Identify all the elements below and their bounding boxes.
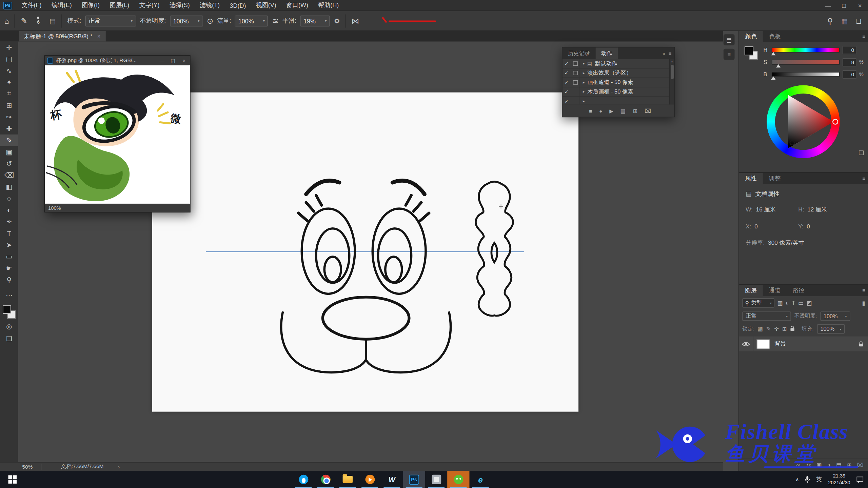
tab-adjustments[interactable]: 调整 bbox=[763, 173, 787, 184]
taskbar-photoshop[interactable]: Ps bbox=[403, 471, 425, 488]
taskbar-file-explorer[interactable] bbox=[337, 471, 359, 488]
expand-caret-icon[interactable]: ▸ bbox=[580, 71, 587, 75]
home-icon[interactable]: ⌂ bbox=[4, 16, 9, 25]
include-checkbox[interactable]: ✓ bbox=[563, 70, 571, 76]
lock-pixels-icon[interactable]: ✎ bbox=[766, 326, 771, 332]
maximize-button[interactable]: □ bbox=[836, 0, 852, 11]
layer-blend-mode-select[interactable]: 正常 ▾ bbox=[742, 311, 791, 321]
filter-type-layers-icon[interactable]: T bbox=[792, 299, 795, 306]
layer-row-background[interactable]: 背景 bbox=[739, 337, 868, 351]
hidden-icons-chevron[interactable]: ∧ bbox=[795, 477, 799, 482]
include-checkbox[interactable]: ✓ bbox=[563, 61, 571, 66]
taskbar-qq[interactable] bbox=[292, 471, 314, 488]
dialog-toggle[interactable] bbox=[571, 97, 580, 105]
tool-zoom[interactable]: ⚲ bbox=[0, 274, 18, 285]
collapse-icon[interactable]: « bbox=[663, 50, 665, 56]
play-button[interactable]: ▶ bbox=[609, 108, 613, 114]
taskbar-ie[interactable]: e bbox=[469, 471, 491, 488]
dialog-toggle[interactable] bbox=[571, 59, 580, 68]
taskbar-chrome[interactable] bbox=[314, 471, 336, 488]
tab-actions[interactable]: 动作 bbox=[596, 47, 618, 59]
saturation-value[interactable]: 8 bbox=[843, 58, 856, 66]
delete-button[interactable]: ⌧ bbox=[645, 108, 651, 114]
menu-file[interactable]: 文件(F) bbox=[17, 0, 46, 11]
expand-caret-icon[interactable]: ▸ bbox=[580, 80, 587, 85]
filter-smart-objects-icon[interactable]: ◩ bbox=[806, 299, 812, 306]
include-checkbox[interactable]: ✓ bbox=[563, 99, 571, 104]
color-wheel[interactable] bbox=[767, 85, 840, 158]
tab-layers[interactable]: 图层 bbox=[739, 285, 763, 296]
menu-3d[interactable]: 3D(D) bbox=[225, 0, 251, 11]
screen-mode-icon[interactable]: ❏ bbox=[0, 335, 18, 343]
quick-mask-icon[interactable]: ◎ bbox=[0, 323, 18, 330]
menu-type[interactable]: 文字(Y) bbox=[134, 0, 164, 11]
start-button[interactable] bbox=[0, 471, 25, 488]
foreground-color-swatch[interactable] bbox=[3, 305, 11, 313]
tool-brush[interactable]: ✎ bbox=[0, 135, 18, 146]
filter-pixel-layers-icon[interactable]: ▦ bbox=[777, 299, 783, 306]
expand-caret-icon[interactable]: ▾ bbox=[580, 61, 587, 66]
dialog-toggle[interactable] bbox=[571, 68, 580, 77]
action-row[interactable]: ✓ ▸ 淡出效果（选区） bbox=[563, 68, 674, 78]
reference-image[interactable]: 杯 微 bbox=[45, 65, 190, 204]
clock[interactable]: 21:39 2021/4/30 bbox=[828, 473, 850, 486]
filter-adjustment-layers-icon[interactable]: ◐ bbox=[786, 299, 789, 306]
tool-history-brush[interactable]: ↺ bbox=[0, 158, 18, 169]
document-tab[interactable]: 未标题-1 @ 50%(RGB/8) * × bbox=[19, 31, 106, 41]
hue-slider[interactable] bbox=[772, 47, 840, 53]
layer-filter-select[interactable]: ⚲ 类型 ▾ bbox=[742, 298, 774, 307]
tool-gradient[interactable]: ◧ bbox=[0, 181, 18, 192]
tab-color[interactable]: 颜色 bbox=[739, 31, 763, 42]
blend-mode-select[interactable]: 正常 ▾ bbox=[85, 15, 136, 26]
taskbar-wps[interactable]: W bbox=[381, 471, 403, 488]
notification-center-icon[interactable] bbox=[856, 476, 864, 483]
tab-swatches[interactable]: 色板 bbox=[763, 31, 787, 42]
image-zoom-level[interactable]: 100% bbox=[48, 205, 61, 211]
brightness-value[interactable]: 0 bbox=[843, 70, 856, 78]
menu-layer[interactable]: 图层(L) bbox=[105, 0, 134, 11]
tool-rectangle[interactable]: ▭ bbox=[0, 251, 18, 262]
status-arrow-icon[interactable]: › bbox=[118, 464, 120, 470]
airbrush-icon[interactable]: ≋ bbox=[272, 16, 278, 25]
menu-image[interactable]: 图像(I) bbox=[77, 0, 104, 11]
lock-artboard-icon[interactable]: ⊞ bbox=[782, 326, 787, 332]
foreground-color-swatch[interactable] bbox=[745, 46, 753, 55]
menu-select[interactable]: 选择(S) bbox=[164, 0, 195, 11]
expand-caret-icon[interactable]: ▸ bbox=[580, 89, 587, 94]
taskbar-media-app[interactable] bbox=[359, 471, 381, 488]
restore-button[interactable]: ◱ bbox=[169, 58, 177, 63]
microphone-icon[interactable] bbox=[805, 476, 810, 483]
close-icon[interactable]: × bbox=[97, 33, 101, 39]
layer-thumbnail[interactable] bbox=[757, 339, 770, 349]
action-set-row[interactable]: ✓ ▾ ▤ 默认动作 bbox=[563, 59, 674, 69]
search-icon[interactable]: ⚲ bbox=[827, 17, 833, 25]
gear-icon[interactable]: ⚙ bbox=[334, 17, 340, 25]
tab-properties[interactable]: 属性 bbox=[739, 173, 763, 184]
tool-frame[interactable]: ⊞ bbox=[0, 100, 18, 111]
show-desktop-button[interactable] bbox=[866, 471, 868, 488]
tool-lasso[interactable]: ∿ bbox=[0, 65, 18, 76]
menu-filter[interactable]: 滤镜(T) bbox=[195, 0, 225, 11]
panel-menu-icon[interactable]: ≡ bbox=[862, 31, 865, 42]
flow-select[interactable]: 100% ▾ bbox=[235, 15, 268, 26]
tool-crop[interactable]: ⌗ bbox=[0, 88, 18, 100]
symmetry-icon[interactable]: ⋈ bbox=[352, 16, 359, 25]
minimize-button[interactable]: — bbox=[820, 0, 836, 11]
filter-toggle-icon[interactable]: ▮ bbox=[862, 300, 865, 306]
saturation-slider[interactable] bbox=[772, 60, 840, 65]
tool-eraser[interactable]: ⌫ bbox=[0, 169, 18, 181]
tool-dodge[interactable]: ◐ bbox=[0, 204, 18, 216]
pressure-opacity-icon[interactable]: ⊙ bbox=[207, 16, 213, 25]
image-window-titlebar[interactable]: 杯微.png @ 100% (图层 1, RGB/... — ◱ × bbox=[45, 56, 190, 65]
new-action-button[interactable]: ⊞ bbox=[633, 108, 638, 114]
language-indicator[interactable]: 英 bbox=[816, 475, 822, 483]
tool-pen[interactable]: ✒ bbox=[0, 216, 18, 227]
scrollbar-thumb[interactable] bbox=[671, 65, 674, 79]
new-set-button[interactable]: ▤ bbox=[620, 108, 626, 114]
scroll-up-icon[interactable]: ▴ bbox=[671, 60, 673, 63]
canvas[interactable] bbox=[152, 93, 578, 412]
stop-button[interactable]: ■ bbox=[589, 108, 592, 114]
layer-opacity-select[interactable]: 100% ▾ bbox=[820, 311, 850, 321]
dialog-toggle[interactable] bbox=[571, 87, 580, 96]
color-triangle[interactable] bbox=[767, 85, 840, 158]
